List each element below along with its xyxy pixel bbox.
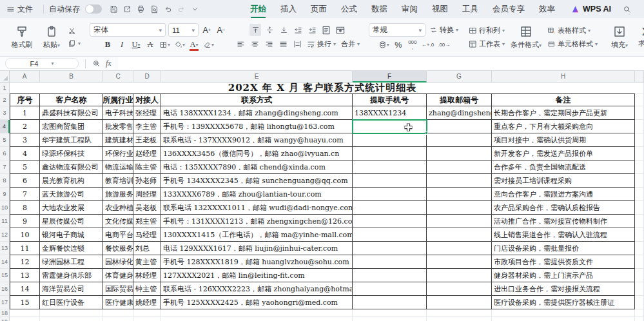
search-plus-icon[interactable] <box>92 59 101 68</box>
percent-button[interactable]: % <box>393 39 404 51</box>
cell-E3[interactable]: 电话 138XXXX1234，邮箱 zhang@dingsheng.com <box>161 106 353 120</box>
row-header-8[interactable]: 8 <box>0 174 10 188</box>
undo-button[interactable] <box>161 4 175 15</box>
cell-D3[interactable]: 张经理 <box>133 106 161 120</box>
cell-F3[interactable]: 138XXXX1234 <box>353 106 427 120</box>
cell-extra-6[interactable] <box>635 147 644 160</box>
rows-columns-button[interactable]: 行和列▾ <box>467 25 506 36</box>
cell-E4[interactable]: 手机号：139XXXX5678，邮箱 lihongtu@163.com <box>161 120 353 133</box>
cell-H6[interactable]: 新开发客户，需发送产品报价单 <box>492 147 635 160</box>
copy-button[interactable]: ▾ <box>66 39 82 48</box>
bold-button[interactable]: B <box>102 39 113 51</box>
cell-B10[interactable]: 大地农业发展 <box>40 201 103 215</box>
cell-C3[interactable]: 电子科技 <box>103 106 133 120</box>
cell-A17[interactable]: 15 <box>10 296 40 309</box>
cell-G16[interactable] <box>427 282 492 296</box>
cell-F12[interactable] <box>353 228 427 242</box>
row-header-17[interactable]: 17 <box>0 296 10 309</box>
cell-B14[interactable]: 绿洲园林工程 <box>40 255 103 269</box>
cell-A6[interactable]: 4 <box>10 147 40 160</box>
header-cell-E2[interactable]: 联系方式 <box>161 93 353 106</box>
cell-E13[interactable]: 电话 129XXXX1617，邮箱 liujin@jinhui-cater.co… <box>161 242 353 255</box>
cell-empty-18-5[interactable] <box>353 309 427 317</box>
cell-G14[interactable] <box>427 255 492 269</box>
cell-F4[interactable] <box>353 120 427 133</box>
cell-extra-12[interactable] <box>635 228 644 242</box>
cell-F16[interactable] <box>353 282 427 296</box>
cell-empty-18-3[interactable] <box>133 309 161 317</box>
decrease-indent-button[interactable] <box>292 24 304 36</box>
increase-indent-button[interactable] <box>306 24 318 36</box>
cell-F6[interactable] <box>353 147 427 160</box>
cell-empty-19-4[interactable] <box>161 317 353 321</box>
cell-empty-18-8[interactable] <box>635 309 644 317</box>
clear-format-button[interactable]: ▾ <box>202 39 215 51</box>
borders-button[interactable]: ▾ <box>159 39 171 51</box>
cell-C7[interactable]: 物流运输 <box>103 160 133 174</box>
number-format-select[interactable]: 常规▾ <box>369 23 425 37</box>
select-all-corner[interactable] <box>0 71 10 83</box>
row-header-2[interactable]: 2 <box>0 93 10 106</box>
cell-extra-10[interactable] <box>635 201 644 215</box>
cell-G7[interactable] <box>427 160 492 174</box>
cell-F13[interactable] <box>353 242 427 255</box>
decrease-font-button[interactable]: A− <box>215 24 227 36</box>
cell-B13[interactable]: 金辉餐饮连锁 <box>40 242 103 255</box>
cell-extra-13[interactable] <box>635 242 644 255</box>
cell-G3[interactable]: zhang@dingsheng.com <box>427 106 492 120</box>
align-center-button[interactable] <box>249 38 260 50</box>
cell-G5[interactable] <box>427 133 492 147</box>
cell-B8[interactable]: 晨光教育机构 <box>40 174 103 188</box>
column-header-A[interactable]: A <box>10 71 40 83</box>
cell-H5[interactable]: 项目对接中，需确认供货周期 <box>492 133 635 147</box>
cell-D4[interactable]: 李主管 <box>133 120 161 133</box>
cell-D10[interactable]: 吴老板 <box>133 201 161 215</box>
cell-D6[interactable]: 赵经理 <box>133 147 161 160</box>
cell-E14[interactable]: 手机号 128XXXX1819，邮箱 huanglvzhou@sohu.com <box>161 255 353 269</box>
text-orientation-button[interactable] <box>320 24 332 36</box>
convert-button[interactable]: 转换▾ <box>428 24 460 35</box>
cell-F9[interactable] <box>353 188 427 201</box>
cell-C11[interactable]: 文化传媒 <box>103 215 133 228</box>
cell-H16[interactable]: 进出口业务合作，需对接报关流程 <box>492 282 635 296</box>
row-header-16[interactable]: 16 <box>0 282 10 296</box>
header-cell-B2[interactable]: 客户名称 <box>40 93 103 106</box>
cell-extra-11[interactable] <box>635 215 644 228</box>
cell-empty-18-6[interactable] <box>427 309 492 317</box>
cell-B11[interactable]: 星辰传媒公司 <box>40 215 103 228</box>
cell-G15[interactable] <box>427 269 492 282</box>
print-preview-button[interactable] <box>148 4 161 15</box>
align-middle-button[interactable] <box>264 24 275 36</box>
cell-C9[interactable]: 旅游服务 <box>103 188 133 201</box>
cell-G9[interactable] <box>427 188 492 201</box>
cell-empty-19-8[interactable] <box>635 317 644 321</box>
cell-D8[interactable]: 孙老师 <box>133 174 161 188</box>
cell-extra-4[interactable] <box>635 120 644 133</box>
cell-D11[interactable]: 郑主管 <box>133 215 161 228</box>
cell-E15[interactable]: 127XXXX2021，邮箱 lin@leiting-fit.com <box>161 269 353 282</box>
cell-G10[interactable] <box>427 201 492 215</box>
cell-D12[interactable]: 马经理 <box>133 228 161 242</box>
cell-F17[interactable] <box>353 296 427 309</box>
cell-E5[interactable]: 联系电话 - 137XXXX9012，邮箱 wangy@huayu.com <box>161 133 353 147</box>
cell-style-button[interactable]: 单元格样式▾ <box>546 39 599 50</box>
row-header-10[interactable]: 10 <box>0 201 10 215</box>
cell-E7[interactable]: 电话：135XXXX7890，邮箱 chend@xinda.com <box>161 160 353 174</box>
cell-H8[interactable]: 需对接员工培训课程采购 <box>492 174 635 188</box>
cell-B6[interactable]: 绿源环保科技 <box>40 147 103 160</box>
strikethrough-button[interactable]: A <box>144 39 156 51</box>
cell-A16[interactable]: 14 <box>10 282 40 296</box>
cell-extra-14[interactable] <box>635 255 644 269</box>
column-header-F[interactable]: F <box>353 71 427 83</box>
header-cell-C2[interactable]: 所属行业 <box>103 93 133 106</box>
italic-button[interactable]: I <box>116 39 128 51</box>
cell-C4[interactable]: 批发零售 <box>103 120 133 133</box>
row-header-6[interactable]: 6 <box>0 147 10 160</box>
increase-decimal-button[interactable]: ←+.0 <box>421 39 434 51</box>
row-header-3[interactable]: 3 <box>0 106 10 120</box>
header-cell-H2[interactable]: 备注 <box>492 93 635 106</box>
row-header-13[interactable]: 13 <box>0 242 10 255</box>
cell-F5[interactable] <box>353 133 427 147</box>
thousands-button[interactable]: 000, <box>407 39 418 51</box>
column-header-extra[interactable] <box>635 71 644 83</box>
